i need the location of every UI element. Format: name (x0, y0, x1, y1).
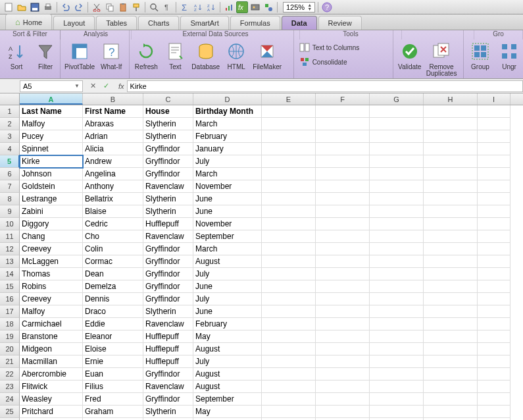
column-header[interactable]: E (262, 93, 316, 105)
cancel-icon[interactable]: ✕ (88, 82, 97, 90)
cell[interactable]: Slytherin (143, 130, 193, 143)
cell[interactable] (316, 293, 370, 305)
cell[interactable] (370, 218, 424, 230)
cell[interactable]: January (193, 143, 262, 155)
cell[interactable] (424, 381, 478, 393)
cell[interactable]: Ravenclaw (143, 381, 193, 393)
cell[interactable]: Slytherin (143, 205, 193, 218)
select-all-corner[interactable] (0, 93, 20, 105)
cell[interactable] (262, 193, 316, 205)
cell[interactable] (316, 130, 370, 143)
row-header[interactable]: 1 (0, 105, 20, 118)
cell[interactable]: Eloise (83, 343, 143, 355)
cell[interactable]: Angelina (83, 168, 143, 180)
cell[interactable] (478, 293, 511, 305)
row-header[interactable]: 10 (0, 218, 20, 230)
row-header[interactable]: 9 (0, 205, 20, 218)
cell[interactable] (370, 330, 424, 343)
formula-input[interactable]: Kirke (127, 80, 523, 92)
cell[interactable]: Pucey (20, 130, 83, 143)
cell[interactable] (478, 280, 511, 293)
cell[interactable] (262, 130, 316, 143)
cell[interactable]: Abercrombie (20, 368, 83, 381)
cell[interactable] (370, 381, 424, 393)
cell[interactable] (424, 318, 478, 330)
cell[interactable] (424, 330, 478, 343)
cell[interactable] (370, 268, 424, 280)
cell[interactable]: Gryffindor (143, 255, 193, 268)
cell[interactable]: Demelza (83, 280, 143, 293)
cell[interactable] (424, 155, 478, 168)
cell[interactable] (370, 280, 424, 293)
cell[interactable]: Andrew (83, 155, 143, 168)
sort-desc-icon[interactable]: ZA (205, 1, 217, 13)
cell[interactable]: March (193, 168, 262, 180)
sort-button[interactable]: AZ Sort (4, 41, 29, 70)
row-header[interactable]: 16 (0, 293, 20, 305)
cell[interactable] (478, 155, 511, 168)
cell[interactable] (370, 118, 424, 130)
cell[interactable] (424, 255, 478, 268)
cell[interactable]: Gryffindor (143, 393, 193, 406)
cell[interactable] (424, 130, 478, 143)
cell[interactable]: Anthony (83, 180, 143, 193)
cell[interactable] (370, 193, 424, 205)
cell[interactable]: Hufflepuff (143, 343, 193, 355)
cell[interactable]: Gryffindor (143, 243, 193, 255)
cell[interactable]: Slytherin (143, 118, 193, 130)
cell[interactable]: Lestrange (20, 193, 83, 205)
cell[interactable]: Diggory (20, 218, 83, 230)
row-header[interactable]: 19 (0, 330, 20, 343)
cell[interactable] (424, 393, 478, 406)
cell[interactable]: Spinnet (20, 143, 83, 155)
cell[interactable]: First Name (83, 105, 143, 118)
cell[interactable] (424, 280, 478, 293)
cell[interactable] (478, 193, 511, 205)
cell[interactable] (370, 130, 424, 143)
cell[interactable] (316, 180, 370, 193)
cell[interactable] (316, 381, 370, 393)
cell[interactable] (316, 368, 370, 381)
cell[interactable] (370, 105, 424, 118)
help-icon[interactable]: ? (321, 1, 333, 13)
zoom-selector[interactable]: 125% ▲▼ (283, 2, 315, 13)
tab-review[interactable]: Review (318, 16, 362, 30)
cell[interactable]: Zabini (20, 205, 83, 218)
cell[interactable] (478, 268, 511, 280)
cell[interactable]: Birthday Month (193, 105, 262, 118)
cell[interactable]: Ravenclaw (143, 318, 193, 330)
cell[interactable]: Euan (83, 368, 143, 381)
cell[interactable] (262, 406, 316, 418)
cell[interactable] (478, 318, 511, 330)
cell[interactable]: Gryffindor (143, 280, 193, 293)
cell[interactable] (424, 230, 478, 243)
cell[interactable]: Creevey (20, 293, 83, 305)
cell[interactable]: Slytherin (143, 406, 193, 418)
cell[interactable] (478, 255, 511, 268)
cell[interactable]: Dennis (83, 293, 143, 305)
cell[interactable] (424, 243, 478, 255)
cell[interactable]: Johnson (20, 168, 83, 180)
cell[interactable] (262, 118, 316, 130)
cell[interactable]: Thomas (20, 268, 83, 280)
cell[interactable] (316, 255, 370, 268)
cell[interactable] (262, 368, 316, 381)
cell[interactable] (370, 293, 424, 305)
new-icon[interactable] (3, 1, 14, 13)
cell[interactable]: Gryffindor (143, 143, 193, 155)
cell[interactable]: Slytherin (143, 193, 193, 205)
cell[interactable] (262, 255, 316, 268)
cell[interactable] (262, 205, 316, 218)
row-header[interactable]: 17 (0, 305, 20, 318)
cell[interactable] (316, 355, 370, 368)
cell[interactable] (424, 406, 478, 418)
cell[interactable] (262, 268, 316, 280)
cell[interactable] (478, 230, 511, 243)
row-header[interactable]: 21 (0, 355, 20, 368)
cell[interactable]: Flitwick (20, 381, 83, 393)
cell[interactable] (478, 381, 511, 393)
cell[interactable] (316, 343, 370, 355)
row-header[interactable]: 18 (0, 318, 20, 330)
column-header[interactable]: H (424, 93, 478, 105)
sort-asc-icon[interactable]: AZ (192, 1, 204, 13)
